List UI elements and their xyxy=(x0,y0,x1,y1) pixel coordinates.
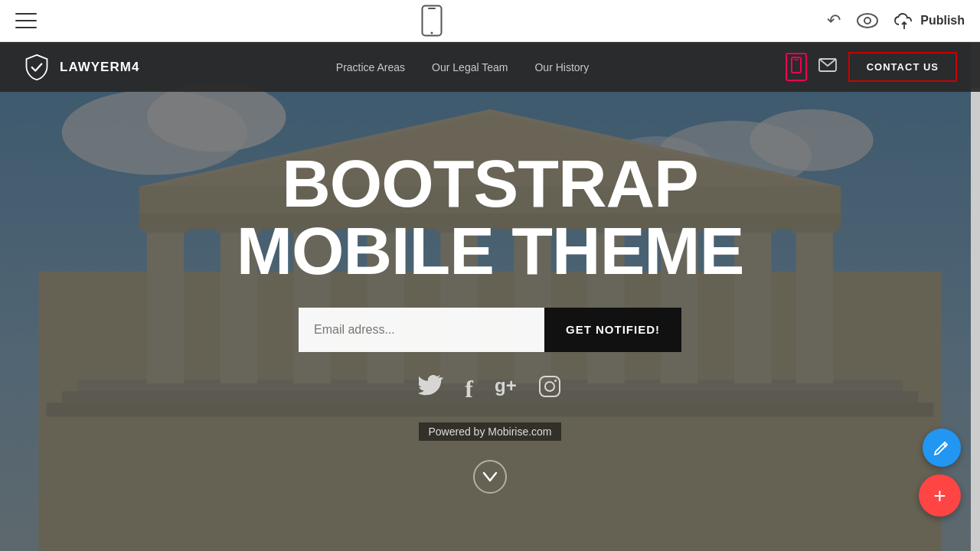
hero-title-line2: MOBILE THEME xyxy=(237,217,744,285)
navbar-links: Practice Areas Our Legal Team Our Histor… xyxy=(336,61,589,73)
editor-bar-right: ↶ Publish xyxy=(827,11,965,31)
email-input[interactable] xyxy=(299,308,544,352)
svg-point-3 xyxy=(858,14,877,28)
phone-preview-icon[interactable] xyxy=(421,5,443,37)
editor-bar-center xyxy=(421,5,443,37)
plus-icon: + xyxy=(933,484,946,508)
svg-rect-44 xyxy=(540,377,560,396)
undo-icon[interactable]: ↶ xyxy=(827,11,841,31)
googleplus-icon[interactable]: g+ xyxy=(495,375,517,403)
hamburger-icon[interactable] xyxy=(15,13,37,28)
cloud-upload-icon xyxy=(894,12,914,29)
eye-icon[interactable] xyxy=(856,12,879,29)
powered-by: Powered by Mobirise.com xyxy=(419,422,560,441)
fab-edit-button[interactable] xyxy=(923,429,961,467)
hero-section: LAWYERM4 Practice Areas Our Legal Team O… xyxy=(0,42,980,551)
website-content: LAWYERM4 Practice Areas Our Legal Team O… xyxy=(0,42,980,551)
svg-point-4 xyxy=(864,18,871,24)
nav-mail-icon[interactable] xyxy=(818,58,837,76)
publish-label: Publish xyxy=(920,14,965,28)
hero-content: BOOTSTRAP MOBILE THEME GET NOTIFIED! f g… xyxy=(0,42,980,551)
svg-point-45 xyxy=(545,382,554,391)
svg-rect-0 xyxy=(423,6,442,36)
navbar: LAWYERM4 Practice Areas Our Legal Team O… xyxy=(0,42,980,92)
shield-icon xyxy=(23,54,51,81)
social-icons: f g+ xyxy=(419,375,560,403)
svg-point-2 xyxy=(431,32,433,34)
nav-phone-icon[interactable] xyxy=(786,53,807,81)
nav-our-history[interactable]: Our History xyxy=(534,61,589,73)
svg-point-46 xyxy=(554,380,557,382)
twitter-icon[interactable] xyxy=(419,375,443,403)
contact-button[interactable]: CONTACT US xyxy=(848,52,957,82)
scrollbar[interactable] xyxy=(971,42,980,551)
facebook-icon[interactable]: f xyxy=(465,375,473,403)
scroll-down-button[interactable] xyxy=(473,460,507,494)
hero-title-line1: BOOTSTRAP xyxy=(237,150,744,217)
fab-add-button[interactable]: + xyxy=(919,474,961,517)
notify-button[interactable]: GET NOTIFIED! xyxy=(544,308,681,352)
editor-bar: ↶ Publish xyxy=(0,0,980,42)
hero-title: BOOTSTRAP MOBILE THEME xyxy=(237,150,744,285)
nav-practice-areas[interactable]: Practice Areas xyxy=(336,61,405,73)
nav-legal-team[interactable]: Our Legal Team xyxy=(432,61,508,73)
navbar-icons: CONTACT US xyxy=(786,52,957,82)
brand-name: LAWYERM4 xyxy=(60,60,139,75)
hero-email-row: GET NOTIFIED! xyxy=(299,308,681,352)
publish-button[interactable]: Publish xyxy=(894,12,965,29)
instagram-icon[interactable] xyxy=(538,375,561,403)
navbar-brand: LAWYERM4 xyxy=(23,54,139,81)
editor-bar-left xyxy=(15,13,37,28)
